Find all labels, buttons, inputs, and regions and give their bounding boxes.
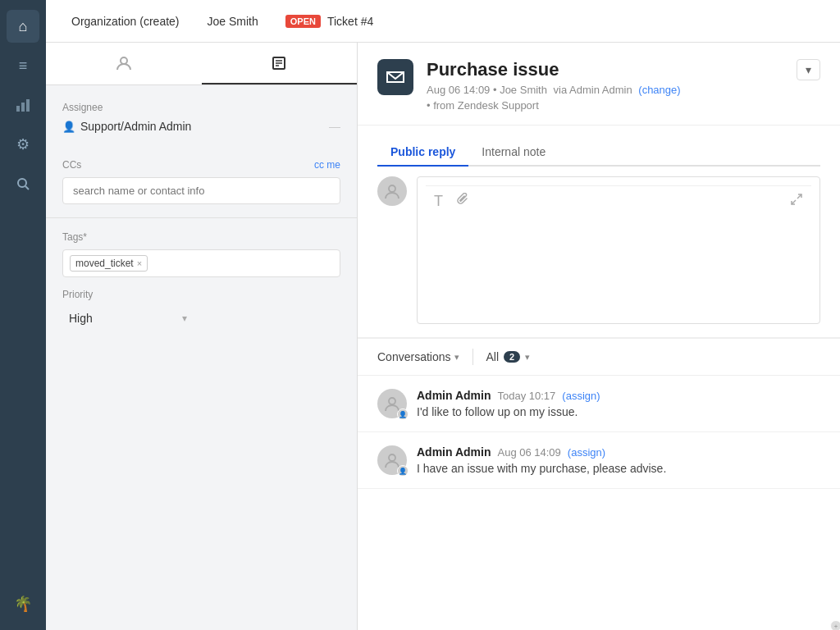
svg-point-3 (18, 179, 26, 187)
conversations-count-badge: 2 (504, 351, 520, 363)
ticket-header: Purchase issue Aug 06 14:09 • Joe Smith … (358, 43, 840, 126)
message-author: Admin Admin (417, 389, 491, 402)
message-author-2: Admin Admin (417, 445, 491, 459)
tags-section: Tags* moved_ticket × (46, 218, 357, 277)
assignee-name: 👤 Support/Admin Admin (62, 120, 191, 133)
svg-rect-0 (16, 106, 20, 112)
svg-rect-1 (21, 103, 25, 112)
reply-tool-icons: T (434, 193, 469, 210)
reply-area: Public reply Internal note ＋ (358, 126, 840, 338)
message-item: 👤 Admin Admin Aug 06 14:09 (assign) I ha… (358, 432, 840, 489)
open-badge: OPEN (285, 15, 321, 28)
ccs-row: CCs cc me (62, 159, 340, 171)
message-text-2: I have an issue with my purchase, please… (417, 462, 820, 475)
svg-line-4 (25, 186, 29, 189)
conversations-label: Conversations (377, 350, 451, 363)
message-header: Admin Admin Today 10:17 (assign) (417, 389, 820, 402)
ticket-user: Joe Smith (500, 84, 547, 96)
palm-icon[interactable]: 🌴 (7, 587, 39, 620)
ticket-via: via Admin Admin (554, 84, 632, 96)
svg-point-13 (389, 398, 395, 404)
message-time-2: Aug 06 14:09 (497, 446, 560, 459)
ticket-date: Aug 06 14:09 (427, 84, 490, 96)
reply-editor[interactable]: T (417, 176, 820, 324)
assign-link-2[interactable]: (assign) (568, 446, 605, 459)
ticket-avatar (377, 59, 413, 95)
sidebar: ⌂ ≡ ⚙ 🌴 (0, 0, 46, 630)
svg-rect-2 (26, 99, 30, 112)
ticket-meta: Aug 06 14:09 • Joe Smith via Admin Admin… (427, 84, 783, 96)
assign-link-1[interactable]: (assign) (562, 390, 600, 402)
assignee-arrow-icon[interactable]: — (329, 120, 340, 133)
priority-label: Priority (62, 289, 340, 300)
svg-point-10 (389, 185, 395, 192)
message-content: Admin Admin Today 10:17 (assign) I'd lik… (417, 389, 820, 418)
ticket-breadcrumb[interactable]: OPEN Ticket #4 (274, 10, 385, 33)
attach-icon[interactable] (456, 193, 469, 210)
all-filter-button[interactable]: All 2 ▾ (486, 350, 531, 363)
tags-label: Tags* (62, 231, 340, 243)
messages-area: 👤 Admin Admin Today 10:17 (assign) I'd l… (358, 376, 840, 630)
conversations-button[interactable]: Conversations ▾ (377, 350, 459, 363)
ccs-section: CCs cc me (46, 146, 357, 204)
conversations-bar: Conversations ▾ All 2 ▾ (358, 338, 840, 376)
expand-icon[interactable] (790, 193, 803, 210)
tags-box[interactable]: moved_ticket × (62, 249, 340, 277)
reply-toolbar: T (426, 185, 811, 217)
assignee-row: 👤 Support/Admin Admin — (62, 120, 340, 133)
cc-me-button[interactable]: cc me (314, 159, 340, 171)
conversations-divider (472, 349, 473, 365)
ticket-source: • from Zendesk Support (427, 99, 783, 112)
home-icon[interactable]: ⌂ (7, 10, 39, 43)
person-icon: 👤 (62, 121, 75, 133)
avatar-sub-icon: ＋ (830, 620, 840, 630)
ticket-info: Purchase issue Aug 06 14:09 • Joe Smith … (427, 59, 783, 112)
all-arrow-icon: ▾ (525, 352, 530, 363)
message-time: Today 10:17 (497, 390, 555, 402)
ccs-label: CCs (62, 159, 81, 171)
priority-value: High (69, 312, 93, 325)
tag-remove-icon[interactable]: × (137, 258, 142, 268)
search-icon[interactable] (7, 167, 39, 200)
priority-select[interactable]: High ▾ (62, 307, 194, 330)
ccs-search-input[interactable] (62, 177, 340, 204)
public-reply-tab[interactable]: Public reply (377, 139, 468, 167)
assignee-label: Assignee (62, 102, 340, 113)
message-header-2: Admin Admin Aug 06 14:09 (assign) (417, 445, 820, 459)
priority-section: Priority High ▾ (46, 277, 357, 330)
ticket-title: Purchase issue (427, 59, 783, 80)
reply-avatar: ＋ (377, 176, 407, 206)
ticket-tab[interactable] (202, 43, 358, 84)
all-label: All (486, 350, 500, 363)
org-breadcrumb[interactable]: Organization (create) (59, 9, 192, 34)
content-area: Assignee 👤 Support/Admin Admin — CCs cc … (46, 43, 840, 630)
chart-icon[interactable] (7, 89, 39, 121)
tag-value: moved_ticket (75, 258, 134, 269)
message-text: I'd like to follow up on my issue. (417, 405, 820, 418)
settings-icon[interactable]: ⚙ (7, 128, 39, 161)
text-format-icon[interactable]: T (434, 193, 443, 210)
list-icon[interactable]: ≡ (7, 49, 39, 82)
change-link[interactable]: (change) (638, 84, 680, 96)
person-tab[interactable] (46, 43, 202, 84)
internal-note-tab[interactable]: Internal note (468, 139, 559, 167)
ticket-label: Ticket #4 (327, 15, 373, 28)
main-content: Organization (create) Joe Smith OPEN Tic… (46, 0, 840, 630)
msg-sub-icon: 👤 (397, 409, 409, 420)
message-item: 👤 Admin Admin Today 10:17 (assign) I'd l… (358, 376, 840, 432)
left-panel-tabs (46, 43, 357, 85)
message-avatar: 👤 (377, 389, 407, 418)
msg-sub-icon-2: 👤 (397, 465, 409, 477)
svg-point-14 (389, 454, 395, 461)
svg-point-5 (121, 57, 127, 64)
user-breadcrumb[interactable]: Joe Smith (195, 9, 271, 34)
ticket-dropdown[interactable]: ▾ (797, 59, 820, 80)
message-avatar: 👤 (377, 445, 407, 475)
reply-editor-row: ＋ T (377, 176, 820, 324)
conversations-arrow-icon: ▾ (454, 352, 459, 363)
reply-tabs: Public reply Internal note (377, 139, 820, 167)
assignee-section: Assignee 👤 Support/Admin Admin — (46, 85, 357, 133)
tag-chip: moved_ticket × (70, 255, 148, 272)
left-panel: Assignee 👤 Support/Admin Admin — CCs cc … (46, 43, 358, 630)
message-content-2: Admin Admin Aug 06 14:09 (assign) I have… (417, 445, 820, 475)
